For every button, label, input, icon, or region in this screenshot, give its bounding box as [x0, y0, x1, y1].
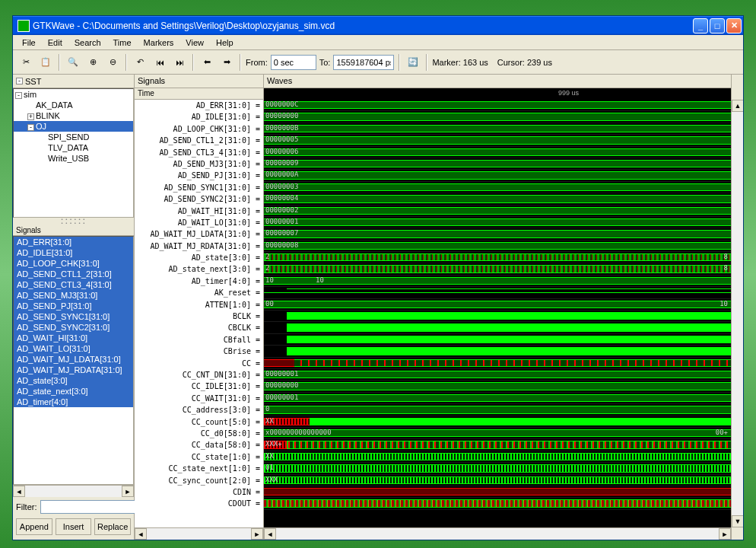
tree-item[interactable]: SPI_SEND [14, 132, 133, 142]
list-item[interactable]: AD_timer[4:0] [14, 397, 133, 407]
list-item[interactable]: AD_WAIT_MJ_LDATA[31:0] [14, 354, 133, 365]
wave-row[interactable] [264, 358, 731, 369]
wave-row[interactable]: 0010 [264, 299, 731, 311]
list-item[interactable]: AD_SEND_SYNC2[31:0] [14, 322, 133, 333]
menu-markers[interactable]: Markers [138, 37, 180, 49]
wave-row[interactable]: XX [264, 416, 731, 428]
tree-item[interactable]: +BLINK [14, 110, 133, 121]
wave-row[interactable]: 00000001 [264, 217, 731, 228]
menu-edit[interactable]: Edit [42, 37, 68, 49]
wave-row[interactable]: 00000002 [264, 206, 731, 217]
list-item[interactable]: AD_IDLE[31:0] [14, 247, 133, 258]
minimize-button[interactable]: _ [693, 18, 708, 33]
signal-name-row[interactable]: AD_SEND_SYNC1[31:0] = [135, 182, 263, 193]
panel-grip[interactable]: • • • • • •• • • • • • [13, 218, 134, 225]
insert-button[interactable]: Insert [56, 518, 92, 535]
wave-scrollbar-v[interactable]: ▲ ▼ [731, 75, 743, 540]
hierarchy-tree[interactable]: -simAK_DATA+BLINK-OJSPI_SENDTLV_DATAWrit… [13, 88, 134, 218]
list-item[interactable]: AD_SEND_CTL3_4[31:0] [14, 279, 133, 290]
signal-name-row[interactable]: AD_SEND_MJ3[31:0] = [135, 158, 263, 170]
signal-names[interactable]: AD_ERR[31:0] =AD_IDLE[31:0] =AD_LOOP_CHK… [135, 100, 263, 527]
signal-name-row[interactable]: AK_reset = [135, 287, 263, 298]
signal-name-row[interactable]: BCLK = [135, 311, 263, 322]
wave-row[interactable]: 00000001 [264, 393, 731, 404]
signal-name-row[interactable]: AD_timer[4:0] = [135, 276, 263, 287]
reload-icon[interactable]: 🔄 [405, 54, 421, 71]
wave-row[interactable]: 0000000C [264, 100, 731, 111]
go-start-icon[interactable]: ⏮ [151, 54, 168, 71]
to-input[interactable] [333, 55, 394, 70]
wave-row[interactable] [264, 311, 731, 322]
list-item[interactable]: AD_ERR[31:0] [14, 237, 133, 247]
list-item[interactable]: AD_state_next[3:0] [14, 386, 133, 397]
signal-name-row[interactable]: CC_count[5:0] = [135, 416, 263, 428]
wave-display[interactable]: 0000000C000000000000000B0000000500000006… [264, 100, 731, 527]
signal-name-row[interactable]: CC_state[1:0] = [135, 451, 263, 463]
signal-name-row[interactable]: AD_SEND_PJ[31:0] = [135, 170, 263, 181]
wave-row[interactable]: 00000005 [264, 135, 731, 146]
close-button[interactable]: ✕ [726, 18, 742, 33]
wave-row[interactable]: 00000006 [264, 147, 731, 158]
list-item[interactable]: AD_LOOP_CHK[31:0] [14, 258, 133, 269]
signal-name-row[interactable]: AD_state_next[3:0] = [135, 263, 263, 275]
wave-row[interactable] [264, 287, 731, 298]
tree-item[interactable]: TLV_DATA [14, 142, 133, 153]
tree-item[interactable]: -OJ [14, 121, 133, 132]
wave-row[interactable] [264, 346, 731, 357]
wave-row[interactable]: 00000004 [264, 193, 731, 205]
zoom-fit-icon[interactable]: 🔍 [65, 54, 81, 71]
list-item[interactable]: AD_state[3:0] [14, 375, 133, 386]
wave-row[interactable]: 00000003 [264, 182, 731, 193]
wave-row[interactable]: 28 [264, 252, 731, 263]
signal-name-row[interactable]: CC_IDLE[31:0] = [135, 381, 263, 392]
siglist-scrollbar[interactable]: ◄► [13, 485, 134, 497]
from-input[interactable] [271, 55, 316, 70]
signal-name-row[interactable]: CDOUT = [135, 498, 263, 509]
wave-row[interactable]: XXX [264, 475, 731, 486]
signal-name-row[interactable]: AD_state[3:0] = [135, 252, 263, 263]
signal-name-row[interactable]: CC_CNT_DN[31:0] = [135, 369, 263, 381]
wave-row[interactable]: XX [264, 451, 731, 463]
signal-name-row[interactable]: CDIN = [135, 486, 263, 498]
list-item[interactable]: AD_WAIT_MJ_RDATA[31:0] [14, 365, 133, 375]
list-item[interactable]: AD_WAIT_HI[31:0] [14, 333, 133, 343]
cut-icon[interactable]: ✂ [17, 54, 34, 71]
list-item[interactable]: AD_SEND_PJ[31:0] [14, 301, 133, 311]
signames-scrollbar[interactable]: ◄► [135, 527, 263, 540]
list-item[interactable]: AD_WAIT_LO[31:0] [14, 343, 133, 354]
wave-row[interactable]: 1010 [264, 276, 731, 287]
wave-row[interactable]: 00000001 [264, 369, 731, 381]
wave-row[interactable]: 00000009 [264, 158, 731, 170]
signal-name-row[interactable]: CBfall = [135, 334, 263, 346]
wave-row[interactable]: 0000000B [264, 123, 731, 135]
paste-icon[interactable]: 📋 [37, 54, 54, 71]
wave-row[interactable]: 00000008 [264, 241, 731, 252]
menu-file[interactable]: File [16, 37, 42, 49]
next-icon[interactable]: ➡ [218, 54, 235, 71]
signal-name-row[interactable]: AD_SEND_SYNC2[31:0] = [135, 193, 263, 205]
signal-name-row[interactable]: CC_address[3:0] = [135, 404, 263, 416]
signal-name-row[interactable]: AD_WAIT_LO[31:0] = [135, 217, 263, 228]
signal-name-row[interactable]: AD_LOOP_CHK[31:0] = [135, 123, 263, 135]
signal-name-row[interactable]: CC_state_next[1:0] = [135, 463, 263, 474]
signal-name-row[interactable]: AD_WAIT_HI[31:0] = [135, 206, 263, 217]
signal-name-row[interactable]: CC_d0[58:0] = [135, 428, 263, 439]
wave-row[interactable]: 00000000 [264, 381, 731, 392]
list-item[interactable]: AD_SEND_SYNC1[31:0] [14, 311, 133, 322]
signal-name-row[interactable]: AD_WAIT_MJ_LDATA[31:0] = [135, 228, 263, 240]
signal-name-row[interactable]: CC_sync_count[2:0] = [135, 475, 263, 486]
signal-name-row[interactable]: ATTEN[1:0] = [135, 299, 263, 311]
menu-search[interactable]: Search [68, 37, 107, 49]
signals-list[interactable]: AD_ERR[31:0]AD_IDLE[31:0]AD_LOOP_CHK[31:… [13, 236, 134, 485]
wave-row[interactable]: XXX+ [264, 439, 731, 451]
maximize-button[interactable]: □ [710, 18, 725, 33]
signal-name-row[interactable]: CBrise = [135, 346, 263, 357]
menu-view[interactable]: View [179, 37, 210, 49]
signal-name-row[interactable]: CC_data[58:0] = [135, 439, 263, 451]
wave-row[interactable]: 0 [264, 404, 731, 416]
signal-name-row[interactable]: CC_WAIT[31:0] = [135, 393, 263, 404]
tree-item[interactable]: AK_DATA [14, 100, 133, 110]
signal-name-row[interactable]: AD_SEND_CTL1_2[31:0] = [135, 135, 263, 146]
signal-name-row[interactable]: AD_ERR[31:0] = [135, 100, 263, 111]
tree-item[interactable]: Write_USB [14, 153, 133, 164]
